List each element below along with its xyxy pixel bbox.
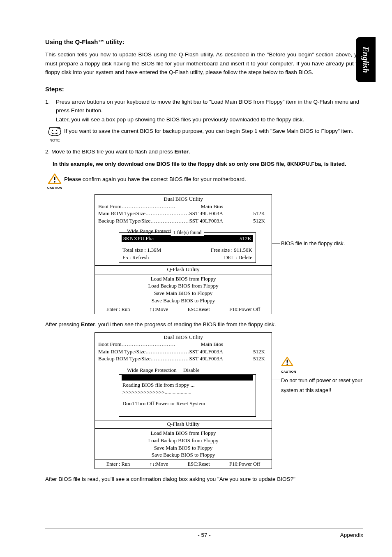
step-2: 2. Move to the BIOS file you want to fla…	[45, 147, 363, 156]
note-icon: NOTE	[45, 127, 64, 143]
caution-icon-small: CAUTION	[281, 356, 363, 375]
after-read-text: After BIOS file is read, you'll see a co…	[45, 475, 363, 484]
note-text: If you want to save the current BIOS for…	[64, 127, 363, 136]
file-highlight: 8KNXPU.Fba 512K	[122, 235, 253, 242]
step-1: 1. Press arrow buttons on your keyboard …	[45, 97, 363, 124]
file-popup: 1 file(s) found 8KNXPU.Fba 512K Total si…	[119, 232, 256, 263]
side-note-2: CAUTION Do not trun off power or reset y…	[272, 332, 363, 371]
util-title: Q-Flash Utility	[95, 266, 272, 274]
heading-steps: Steps:	[45, 84, 363, 94]
bios-screen-2: Dual BIOS Utility Boot From ............…	[95, 332, 272, 469]
side-note-1: BIOS file in the floppy disk.	[272, 194, 363, 204]
key-hints: Enter : Run ↑↓:Move ESC:Reset F10:Power …	[95, 305, 272, 314]
page-footer: - 57 - Appendix	[45, 529, 363, 540]
svg-point-5	[286, 363, 288, 364]
intro-paragraph: This section tells you how to update BIO…	[45, 50, 363, 77]
step-1-number: 1.	[45, 97, 56, 124]
svg-point-1	[56, 130, 57, 130]
caution-label: CAUTION	[47, 186, 62, 190]
bios-title: Dual BIOS Utility	[98, 195, 268, 203]
svg-point-3	[54, 181, 55, 183]
caution-text: Please confirm again you have the correc…	[64, 173, 363, 184]
bios-screen-1: Dual BIOS Utility Boot From ............…	[95, 194, 272, 314]
step-1-text-b: Later, you will see a box pop up showing…	[56, 115, 363, 124]
page-number: - 57 -	[198, 531, 211, 540]
svg-rect-4	[287, 360, 288, 362]
after-enter-text: After pressing Enter, you'll then see th…	[45, 320, 363, 329]
svg-rect-2	[54, 177, 55, 180]
language-tab: English	[356, 37, 376, 82]
reading-popup: Reading BIOS file from floppy ... >>>>>>…	[119, 374, 256, 417]
note-label: NOTE	[49, 138, 60, 142]
example-bold-text: In this example, we only download one BI…	[53, 159, 363, 169]
util-menu: Load Main BIOS from Floppy Load Backup B…	[95, 274, 272, 305]
popup-title: 1 file(s) found	[171, 229, 204, 236]
section-name: Appendix	[340, 531, 363, 540]
step-1-text-a: Press arrow buttons on your keyboard to …	[56, 97, 363, 115]
svg-point-0	[52, 130, 53, 130]
heading-using-qflash: Using the Q-Flash™ utility:	[45, 37, 363, 47]
caution-icon: CAUTION	[45, 173, 64, 191]
